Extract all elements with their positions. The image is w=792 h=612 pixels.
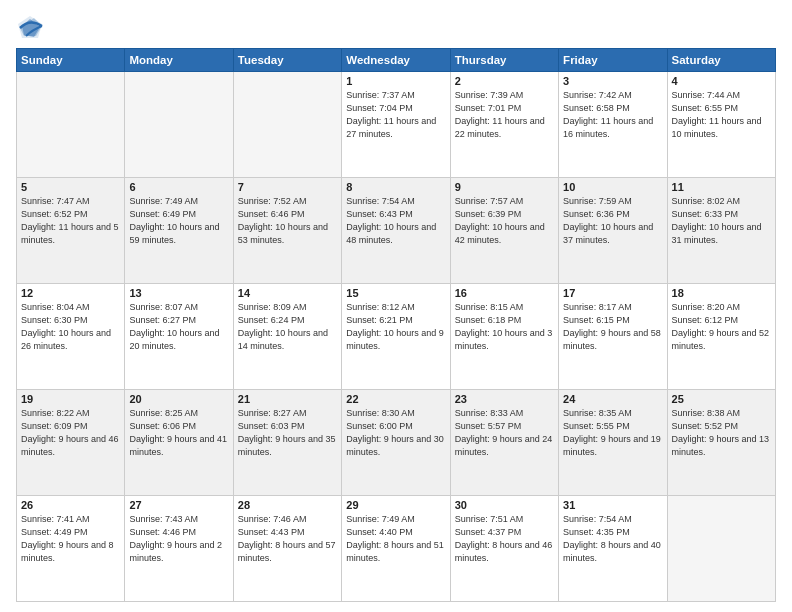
day-info: Sunrise: 7:47 AMSunset: 6:52 PMDaylight:…: [21, 195, 120, 247]
day-number: 3: [563, 75, 662, 87]
header: [16, 12, 776, 42]
day-number: 4: [672, 75, 771, 87]
day-info: Sunrise: 8:15 AMSunset: 6:18 PMDaylight:…: [455, 301, 554, 353]
calendar-day-cell: 30Sunrise: 7:51 AMSunset: 4:37 PMDayligh…: [450, 496, 558, 602]
calendar-day-cell: 2Sunrise: 7:39 AMSunset: 7:01 PMDaylight…: [450, 72, 558, 178]
day-number: 22: [346, 393, 445, 405]
day-info: Sunrise: 8:07 AMSunset: 6:27 PMDaylight:…: [129, 301, 228, 353]
day-number: 17: [563, 287, 662, 299]
calendar-day-cell: 11Sunrise: 8:02 AMSunset: 6:33 PMDayligh…: [667, 178, 775, 284]
day-number: 18: [672, 287, 771, 299]
day-number: 11: [672, 181, 771, 193]
calendar-header-wednesday: Wednesday: [342, 49, 450, 72]
calendar-day-cell: 15Sunrise: 8:12 AMSunset: 6:21 PMDayligh…: [342, 284, 450, 390]
calendar-day-cell: 18Sunrise: 8:20 AMSunset: 6:12 PMDayligh…: [667, 284, 775, 390]
day-number: 15: [346, 287, 445, 299]
day-number: 21: [238, 393, 337, 405]
calendar-day-cell: 7Sunrise: 7:52 AMSunset: 6:46 PMDaylight…: [233, 178, 341, 284]
calendar-day-cell: 28Sunrise: 7:46 AMSunset: 4:43 PMDayligh…: [233, 496, 341, 602]
calendar-header-thursday: Thursday: [450, 49, 558, 72]
calendar-header-saturday: Saturday: [667, 49, 775, 72]
day-number: 14: [238, 287, 337, 299]
calendar-header-row: SundayMondayTuesdayWednesdayThursdayFrid…: [17, 49, 776, 72]
calendar-day-cell: 4Sunrise: 7:44 AMSunset: 6:55 PMDaylight…: [667, 72, 775, 178]
day-info: Sunrise: 7:41 AMSunset: 4:49 PMDaylight:…: [21, 513, 120, 565]
calendar-day-cell: 6Sunrise: 7:49 AMSunset: 6:49 PMDaylight…: [125, 178, 233, 284]
day-info: Sunrise: 7:54 AMSunset: 6:43 PMDaylight:…: [346, 195, 445, 247]
day-number: 30: [455, 499, 554, 511]
day-info: Sunrise: 7:49 AMSunset: 6:49 PMDaylight:…: [129, 195, 228, 247]
calendar-day-cell: 10Sunrise: 7:59 AMSunset: 6:36 PMDayligh…: [559, 178, 667, 284]
day-info: Sunrise: 8:38 AMSunset: 5:52 PMDaylight:…: [672, 407, 771, 459]
calendar-week-row: 1Sunrise: 7:37 AMSunset: 7:04 PMDaylight…: [17, 72, 776, 178]
day-info: Sunrise: 8:09 AMSunset: 6:24 PMDaylight:…: [238, 301, 337, 353]
day-info: Sunrise: 7:54 AMSunset: 4:35 PMDaylight:…: [563, 513, 662, 565]
calendar-table: SundayMondayTuesdayWednesdayThursdayFrid…: [16, 48, 776, 602]
calendar-day-cell: 17Sunrise: 8:17 AMSunset: 6:15 PMDayligh…: [559, 284, 667, 390]
calendar-day-cell: [17, 72, 125, 178]
day-number: 20: [129, 393, 228, 405]
day-info: Sunrise: 7:46 AMSunset: 4:43 PMDaylight:…: [238, 513, 337, 565]
day-info: Sunrise: 8:12 AMSunset: 6:21 PMDaylight:…: [346, 301, 445, 353]
day-info: Sunrise: 7:51 AMSunset: 4:37 PMDaylight:…: [455, 513, 554, 565]
day-number: 10: [563, 181, 662, 193]
day-number: 19: [21, 393, 120, 405]
calendar-week-row: 5Sunrise: 7:47 AMSunset: 6:52 PMDaylight…: [17, 178, 776, 284]
calendar-day-cell: 31Sunrise: 7:54 AMSunset: 4:35 PMDayligh…: [559, 496, 667, 602]
day-info: Sunrise: 8:30 AMSunset: 6:00 PMDaylight:…: [346, 407, 445, 459]
day-info: Sunrise: 7:57 AMSunset: 6:39 PMDaylight:…: [455, 195, 554, 247]
calendar-header-monday: Monday: [125, 49, 233, 72]
day-number: 28: [238, 499, 337, 511]
calendar-week-row: 12Sunrise: 8:04 AMSunset: 6:30 PMDayligh…: [17, 284, 776, 390]
calendar-day-cell: [125, 72, 233, 178]
calendar-day-cell: 12Sunrise: 8:04 AMSunset: 6:30 PMDayligh…: [17, 284, 125, 390]
calendar-day-cell: 23Sunrise: 8:33 AMSunset: 5:57 PMDayligh…: [450, 390, 558, 496]
day-info: Sunrise: 7:39 AMSunset: 7:01 PMDaylight:…: [455, 89, 554, 141]
calendar-day-cell: 24Sunrise: 8:35 AMSunset: 5:55 PMDayligh…: [559, 390, 667, 496]
day-info: Sunrise: 7:44 AMSunset: 6:55 PMDaylight:…: [672, 89, 771, 141]
day-number: 26: [21, 499, 120, 511]
day-number: 29: [346, 499, 445, 511]
day-number: 1: [346, 75, 445, 87]
calendar-day-cell: [233, 72, 341, 178]
day-info: Sunrise: 8:27 AMSunset: 6:03 PMDaylight:…: [238, 407, 337, 459]
day-number: 9: [455, 181, 554, 193]
day-info: Sunrise: 8:35 AMSunset: 5:55 PMDaylight:…: [563, 407, 662, 459]
calendar-header-sunday: Sunday: [17, 49, 125, 72]
calendar-day-cell: 14Sunrise: 8:09 AMSunset: 6:24 PMDayligh…: [233, 284, 341, 390]
calendar-header-tuesday: Tuesday: [233, 49, 341, 72]
page: SundayMondayTuesdayWednesdayThursdayFrid…: [0, 0, 792, 612]
day-number: 5: [21, 181, 120, 193]
day-info: Sunrise: 8:33 AMSunset: 5:57 PMDaylight:…: [455, 407, 554, 459]
calendar-day-cell: 13Sunrise: 8:07 AMSunset: 6:27 PMDayligh…: [125, 284, 233, 390]
day-info: Sunrise: 8:22 AMSunset: 6:09 PMDaylight:…: [21, 407, 120, 459]
calendar-day-cell: [667, 496, 775, 602]
day-number: 7: [238, 181, 337, 193]
calendar-day-cell: 16Sunrise: 8:15 AMSunset: 6:18 PMDayligh…: [450, 284, 558, 390]
day-number: 31: [563, 499, 662, 511]
calendar-day-cell: 29Sunrise: 7:49 AMSunset: 4:40 PMDayligh…: [342, 496, 450, 602]
calendar-day-cell: 25Sunrise: 8:38 AMSunset: 5:52 PMDayligh…: [667, 390, 775, 496]
logo: [16, 14, 47, 42]
day-info: Sunrise: 7:59 AMSunset: 6:36 PMDaylight:…: [563, 195, 662, 247]
day-number: 23: [455, 393, 554, 405]
calendar-day-cell: 21Sunrise: 8:27 AMSunset: 6:03 PMDayligh…: [233, 390, 341, 496]
calendar-week-row: 26Sunrise: 7:41 AMSunset: 4:49 PMDayligh…: [17, 496, 776, 602]
calendar-day-cell: 9Sunrise: 7:57 AMSunset: 6:39 PMDaylight…: [450, 178, 558, 284]
calendar-day-cell: 22Sunrise: 8:30 AMSunset: 6:00 PMDayligh…: [342, 390, 450, 496]
logo-icon: [16, 14, 44, 42]
day-number: 16: [455, 287, 554, 299]
day-info: Sunrise: 8:04 AMSunset: 6:30 PMDaylight:…: [21, 301, 120, 353]
day-number: 2: [455, 75, 554, 87]
calendar-day-cell: 26Sunrise: 7:41 AMSunset: 4:49 PMDayligh…: [17, 496, 125, 602]
day-number: 27: [129, 499, 228, 511]
day-number: 6: [129, 181, 228, 193]
calendar-day-cell: 19Sunrise: 8:22 AMSunset: 6:09 PMDayligh…: [17, 390, 125, 496]
calendar-header-friday: Friday: [559, 49, 667, 72]
day-info: Sunrise: 8:02 AMSunset: 6:33 PMDaylight:…: [672, 195, 771, 247]
calendar-day-cell: 20Sunrise: 8:25 AMSunset: 6:06 PMDayligh…: [125, 390, 233, 496]
calendar-day-cell: 8Sunrise: 7:54 AMSunset: 6:43 PMDaylight…: [342, 178, 450, 284]
day-info: Sunrise: 8:25 AMSunset: 6:06 PMDaylight:…: [129, 407, 228, 459]
calendar-day-cell: 1Sunrise: 7:37 AMSunset: 7:04 PMDaylight…: [342, 72, 450, 178]
day-number: 12: [21, 287, 120, 299]
